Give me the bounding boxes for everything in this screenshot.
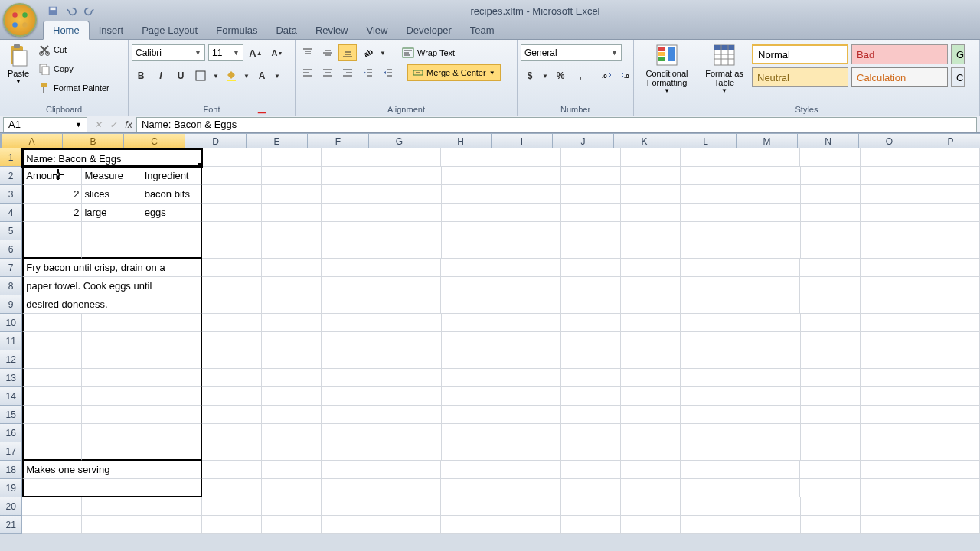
- cell-B4[interactable]: large: [82, 204, 142, 222]
- cell-D18[interactable]: [202, 461, 262, 479]
- cell-E7[interactable]: [262, 259, 322, 277]
- cell-O18[interactable]: [861, 461, 920, 479]
- cell-M1[interactable]: [740, 148, 800, 167]
- cell-L17[interactable]: [681, 442, 740, 461]
- cell-B13[interactable]: [82, 369, 142, 387]
- cell-P21[interactable]: [920, 516, 980, 534]
- cell-A3[interactable]: 2: [22, 185, 82, 204]
- cell-D4[interactable]: [202, 204, 262, 222]
- cell-I18[interactable]: [501, 461, 561, 479]
- cell-D13[interactable]: [202, 369, 262, 387]
- col-header-O[interactable]: O: [859, 133, 920, 148]
- cell-C4[interactable]: eggs: [142, 204, 202, 222]
- cell-A20[interactable]: [22, 497, 82, 516]
- cell-F4[interactable]: [322, 204, 381, 222]
- cell-J7[interactable]: [561, 259, 621, 277]
- name-box[interactable]: A1▼: [3, 117, 87, 132]
- cell-K4[interactable]: [621, 204, 681, 222]
- cell-N12[interactable]: [801, 350, 861, 369]
- col-header-N[interactable]: N: [798, 133, 859, 148]
- cell-M2[interactable]: [740, 167, 800, 185]
- cell-E19[interactable]: [262, 479, 322, 497]
- cell-P10[interactable]: [920, 314, 980, 332]
- font-color-dropdown[interactable]: ▼: [273, 67, 282, 84]
- cell-P18[interactable]: [920, 461, 980, 479]
- cell-A16[interactable]: [22, 424, 82, 442]
- cell-C6[interactable]: [142, 240, 202, 259]
- col-header-G[interactable]: G: [369, 133, 430, 148]
- cell-G17[interactable]: [381, 442, 441, 461]
- cell-H11[interactable]: [442, 332, 501, 350]
- cell-D15[interactable]: [202, 406, 262, 424]
- cell-I15[interactable]: [501, 406, 561, 424]
- cell-A12[interactable]: [22, 350, 82, 369]
- cell-B12[interactable]: [82, 350, 142, 369]
- cell-J20[interactable]: [561, 497, 621, 516]
- align-middle-button[interactable]: [318, 44, 337, 61]
- cell-N20[interactable]: [801, 497, 861, 516]
- cell-D5[interactable]: [202, 222, 262, 240]
- cell-F19[interactable]: [322, 479, 381, 497]
- cell-B10[interactable]: [82, 314, 142, 332]
- cell-H10[interactable]: [442, 314, 501, 332]
- cell-G16[interactable]: [381, 424, 441, 442]
- cell-K1[interactable]: [621, 148, 681, 167]
- cell-H17[interactable]: [442, 442, 501, 461]
- cell-C5[interactable]: [142, 222, 202, 240]
- row-header-2[interactable]: 2: [0, 167, 22, 185]
- col-header-H[interactable]: H: [430, 133, 492, 148]
- cell-K15[interactable]: [621, 406, 681, 424]
- cell-E16[interactable]: [262, 424, 322, 442]
- cell-E5[interactable]: [262, 222, 322, 240]
- cell-I3[interactable]: [501, 185, 561, 204]
- row-header-14[interactable]: 14: [0, 387, 22, 406]
- cell-O20[interactable]: [861, 497, 920, 516]
- cell-E3[interactable]: [262, 185, 322, 204]
- cell-H9[interactable]: [441, 295, 501, 314]
- cell-A6[interactable]: [22, 240, 82, 259]
- tab-insert[interactable]: Insert: [90, 21, 133, 39]
- cell-M4[interactable]: [740, 204, 800, 222]
- row-header-21[interactable]: 21: [0, 516, 22, 534]
- cell-C12[interactable]: [142, 350, 202, 369]
- cell-B15[interactable]: [82, 406, 142, 424]
- border-button[interactable]: [191, 67, 210, 84]
- cell-E6[interactable]: [262, 240, 322, 259]
- cell-L10[interactable]: [681, 314, 740, 332]
- cell-J1[interactable]: [561, 148, 621, 167]
- cell-I7[interactable]: [501, 259, 561, 277]
- cell-E18[interactable]: [262, 461, 322, 479]
- row-header-16[interactable]: 16: [0, 424, 22, 442]
- cell-O7[interactable]: [861, 259, 920, 277]
- tab-developer[interactable]: Developer: [397, 21, 460, 39]
- cell-D17[interactable]: [202, 442, 262, 461]
- cell-E4[interactable]: [262, 204, 322, 222]
- cell-P20[interactable]: [920, 497, 980, 516]
- cell-E9[interactable]: [262, 295, 322, 314]
- cell-F13[interactable]: [322, 369, 381, 387]
- font-size-combo[interactable]: 11▼: [208, 44, 243, 61]
- cell-O8[interactable]: [861, 277, 920, 295]
- cell-L4[interactable]: [681, 204, 740, 222]
- cell-I21[interactable]: [501, 516, 561, 534]
- cell-L16[interactable]: [681, 424, 740, 442]
- col-header-A[interactable]: A: [2, 133, 63, 148]
- cell-O11[interactable]: [861, 332, 920, 350]
- cell-J6[interactable]: [561, 240, 621, 259]
- cell-K20[interactable]: [621, 497, 681, 516]
- cell-G3[interactable]: [381, 185, 441, 204]
- cell-J9[interactable]: [561, 295, 621, 314]
- cell-H21[interactable]: [441, 516, 501, 534]
- cell-F1[interactable]: [322, 148, 381, 167]
- format-painter-button[interactable]: Format Painter: [37, 80, 111, 96]
- cell-E10[interactable]: [262, 314, 322, 332]
- redo-icon[interactable]: [84, 5, 95, 16]
- font-color-button[interactable]: A: [253, 67, 271, 84]
- cell-G18[interactable]: [381, 461, 441, 479]
- cell-G15[interactable]: [381, 406, 441, 424]
- formula-input[interactable]: Name: Bacon & Eggs: [136, 117, 977, 132]
- cell-I8[interactable]: [501, 277, 561, 295]
- cell-E8[interactable]: [262, 277, 322, 295]
- cell-E17[interactable]: [262, 442, 322, 461]
- cell-K16[interactable]: [621, 424, 681, 442]
